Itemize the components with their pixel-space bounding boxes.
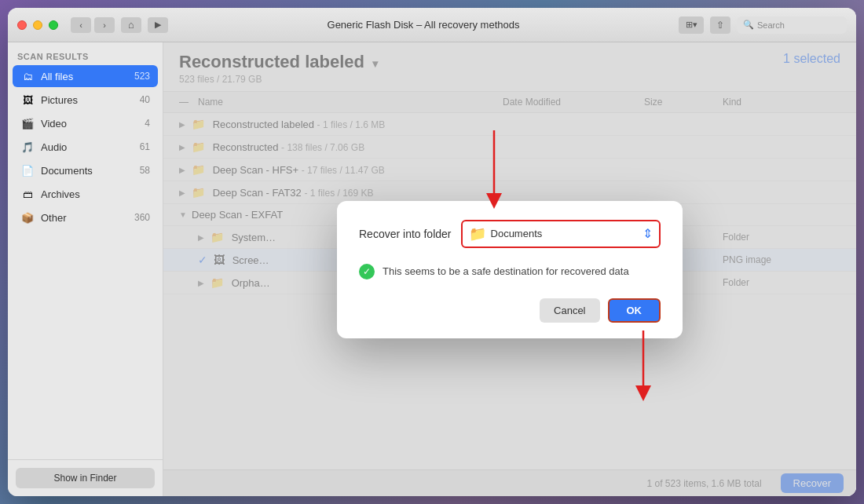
sidebar: Scan results 🗂 All files 523 🖼 Pictures … [8, 42, 163, 496]
sidebar-item-audio[interactable]: 🎵 Audio 61 [13, 136, 158, 158]
other-count: 360 [134, 212, 150, 223]
documents-label: Documents [41, 165, 134, 177]
window-title: Generic Flash Disk – All recovery method… [168, 19, 679, 31]
dialog-buttons: Cancel OK [359, 298, 661, 323]
dialog-folder-row: Recover into folder 📁 Documents ⇕ [359, 220, 661, 248]
pictures-label: Pictures [41, 94, 134, 106]
back-button[interactable]: ‹ [71, 17, 91, 33]
safe-message: This seems to be a safe destination for … [383, 265, 629, 277]
folder-name: Documents [491, 228, 638, 239]
main-layout: Scan results 🗂 All files 523 🖼 Pictures … [8, 42, 856, 496]
dialog-safe-row: ✓ This seems to be a safe destination fo… [359, 261, 661, 283]
folder-selector[interactable]: 📁 Documents ⇕ [461, 220, 661, 248]
sidebar-item-all-files[interactable]: 🗂 All files 523 [13, 65, 158, 87]
nav-buttons: ‹ › ⌂ ▶ [71, 17, 168, 33]
sidebar-footer: Show in Finder [8, 459, 163, 496]
pictures-count: 40 [140, 94, 150, 105]
other-label: Other [41, 212, 128, 224]
audio-count: 61 [140, 141, 150, 152]
pictures-icon: 🖼 [20, 93, 35, 107]
search-icon: 🔍 [743, 20, 754, 30]
archives-icon: 🗃 [20, 187, 35, 201]
traffic-lights [17, 20, 58, 30]
show-in-finder-button[interactable]: Show in Finder [16, 468, 155, 488]
share-button[interactable]: ⇧ [710, 16, 730, 34]
safe-check-icon: ✓ [359, 264, 375, 279]
view-toggle-button[interactable]: ⊞▾ [679, 16, 704, 34]
search-placeholder: Search [757, 20, 785, 30]
search-bar[interactable]: 🔍 Search [737, 16, 847, 34]
scan-results-label: Scan results [8, 42, 163, 64]
home-button[interactable]: ⌂ [121, 17, 141, 33]
other-icon: 📦 [20, 210, 35, 225]
close-button[interactable] [17, 20, 27, 30]
audio-icon: 🎵 [20, 140, 35, 154]
content-area: Reconstructed labeled ▾ 523 files / 21.7… [163, 42, 856, 496]
modal-overlay: Recover into folder 📁 Documents ⇕ ✓ This… [163, 42, 856, 496]
dialog-recover-label: Recover into folder [359, 228, 452, 240]
sidebar-item-documents[interactable]: 📄 Documents 58 [13, 159, 158, 181]
minimize-button[interactable] [33, 20, 42, 30]
dialog-cancel-button[interactable]: Cancel [540, 298, 599, 323]
all-files-count: 523 [134, 71, 150, 82]
recover-dialog: Recover into folder 📁 Documents ⇕ ✓ This… [337, 201, 683, 338]
sidebar-item-other[interactable]: 📦 Other 360 [13, 206, 158, 228]
forward-button[interactable]: › [94, 17, 115, 33]
arrow-down-1 [463, 130, 525, 209]
video-icon: 🎬 [20, 116, 35, 130]
folder-dropdown-arrows[interactable]: ⇕ [643, 226, 653, 241]
arrow-down-2 [612, 331, 675, 401]
play-button[interactable]: ▶ [148, 17, 168, 33]
sidebar-item-pictures[interactable]: 🖼 Pictures 40 [13, 89, 158, 111]
sidebar-item-archives[interactable]: 🗃 Archives [13, 183, 158, 205]
toolbar-right: ⊞▾ ⇧ 🔍 Search [679, 16, 847, 34]
documents-count: 58 [140, 165, 150, 176]
app-window: ‹ › ⌂ ▶ Generic Flash Disk – All recover… [8, 8, 856, 496]
documents-icon: 📄 [20, 163, 35, 177]
maximize-button[interactable] [49, 20, 58, 30]
all-files-label: All files [41, 71, 128, 82]
all-files-icon: 🗂 [20, 69, 35, 83]
video-label: Video [41, 118, 138, 130]
archives-label: Archives [41, 188, 144, 200]
audio-label: Audio [41, 141, 134, 153]
sidebar-item-video[interactable]: 🎬 Video 4 [13, 112, 158, 134]
dialog-ok-button[interactable]: OK [608, 298, 661, 323]
folder-icon-dialog: 📁 [469, 225, 486, 243]
title-bar: ‹ › ⌂ ▶ Generic Flash Disk – All recover… [8, 8, 856, 42]
video-count: 4 [145, 118, 150, 129]
